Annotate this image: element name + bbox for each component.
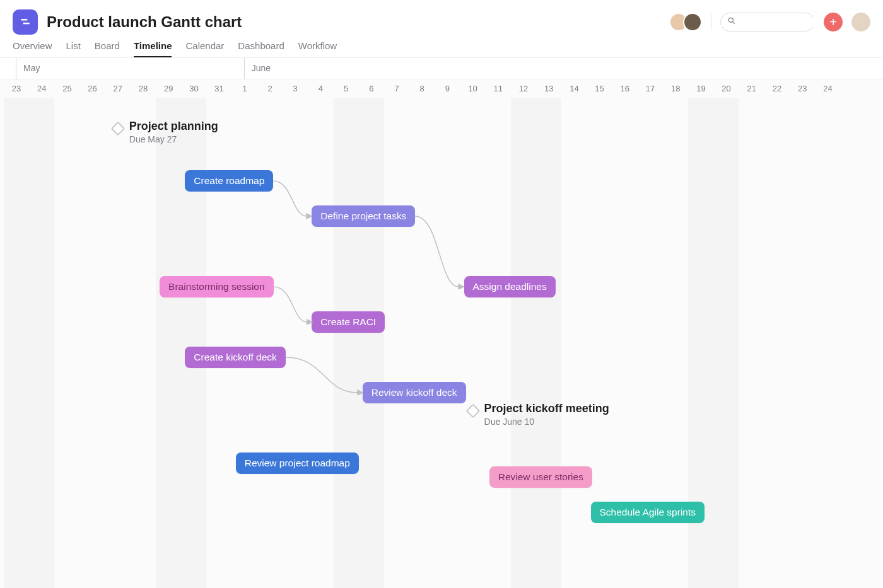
- task-bar[interactable]: Create kickoff deck: [185, 347, 286, 368]
- svg-rect-1: [23, 23, 30, 25]
- svg-point-2: [728, 18, 733, 22]
- task-bar[interactable]: Assign deadlines: [464, 276, 556, 297]
- tab-calendar[interactable]: Calendar: [185, 35, 224, 57]
- avatar[interactable]: [683, 13, 702, 32]
- date-cell[interactable]: 26: [80, 84, 105, 93]
- date-cell[interactable]: 31: [207, 84, 232, 93]
- task-bar[interactable]: Review user stories: [489, 466, 592, 488]
- user-avatar[interactable]: [851, 13, 870, 32]
- milestone-due: Due May 27: [129, 134, 218, 144]
- date-cell[interactable]: 11: [486, 84, 511, 93]
- milestone-title: Project kickoff meeting: [484, 402, 609, 415]
- tab-workflow[interactable]: Workflow: [298, 35, 337, 57]
- date-cell[interactable]: 5: [334, 84, 359, 93]
- tab-timeline[interactable]: Timeline: [134, 35, 172, 57]
- date-cell[interactable]: 30: [181, 84, 206, 93]
- weekend-band: [511, 98, 561, 588]
- date-cell[interactable]: 21: [739, 84, 764, 93]
- date-cell[interactable]: 2: [257, 84, 283, 93]
- date-cell[interactable]: 23: [4, 84, 29, 93]
- add-button[interactable]: +: [824, 13, 843, 32]
- tab-dashboard[interactable]: Dashboard: [238, 35, 284, 57]
- task-bar[interactable]: Create roadmap: [185, 170, 273, 192]
- date-cell[interactable]: 29: [156, 84, 181, 93]
- search-input-wrap[interactable]: [720, 13, 815, 32]
- date-cell[interactable]: 28: [131, 84, 156, 93]
- date-cell[interactable]: 10: [460, 84, 486, 93]
- task-bar[interactable]: Review kickoff deck: [363, 382, 466, 403]
- date-cell[interactable]: 24: [815, 84, 840, 93]
- date-cell[interactable]: 15: [587, 84, 612, 93]
- date-cell[interactable]: 18: [663, 84, 688, 93]
- tab-list[interactable]: List: [66, 35, 81, 57]
- date-cell[interactable]: 12: [511, 84, 536, 93]
- project-icon[interactable]: [13, 9, 38, 35]
- date-cell[interactable]: 14: [561, 84, 587, 93]
- date-cell[interactable]: 25: [54, 84, 79, 93]
- divider: [711, 14, 711, 30]
- member-avatars[interactable]: [669, 13, 702, 32]
- svg-line-3: [733, 22, 735, 24]
- tab-overview[interactable]: Overview: [13, 35, 52, 57]
- plus-icon: +: [829, 16, 837, 28]
- date-cell[interactable]: 17: [638, 84, 663, 93]
- date-row: 2324252627282930311234567891011121314151…: [0, 79, 883, 98]
- task-bar[interactable]: Brainstorming session: [160, 276, 273, 297]
- date-cell[interactable]: 8: [409, 84, 435, 93]
- date-cell[interactable]: 1: [232, 84, 257, 93]
- weekend-band: [334, 98, 384, 588]
- dependency-arrow: [412, 214, 472, 289]
- search-icon: [727, 16, 736, 28]
- month-row: MayJune: [0, 58, 883, 79]
- date-cell[interactable]: 16: [612, 84, 638, 93]
- month-label: May: [16, 63, 40, 73]
- gantt-body[interactable]: Project planning Due May 27 Project kick…: [0, 98, 883, 588]
- header: Product launch Gantt chart +: [0, 0, 883, 35]
- timeline[interactable]: MayJune 23242526272829303112345678910111…: [0, 58, 883, 588]
- date-cell[interactable]: 22: [764, 84, 790, 93]
- task-bar[interactable]: Define project tasks: [312, 205, 415, 227]
- date-cell[interactable]: 3: [283, 84, 308, 93]
- date-cell[interactable]: 7: [384, 84, 409, 93]
- milestone-icon: [465, 404, 480, 418]
- date-cell[interactable]: 13: [536, 84, 561, 93]
- milestone[interactable]: Project kickoff meeting Due June 10: [468, 402, 609, 427]
- date-cell[interactable]: 4: [308, 84, 333, 93]
- milestone-title: Project planning: [129, 120, 218, 133]
- task-bar[interactable]: Review project roadmap: [236, 453, 359, 474]
- weekend-band: [4, 98, 54, 588]
- date-cell[interactable]: 24: [29, 84, 54, 93]
- date-cell[interactable]: 23: [790, 84, 815, 93]
- date-cell[interactable]: 20: [714, 84, 739, 93]
- tab-board[interactable]: Board: [95, 35, 120, 57]
- date-cell[interactable]: 6: [359, 84, 384, 93]
- milestone[interactable]: Project planning Due May 27: [113, 120, 218, 144]
- svg-rect-0: [21, 19, 27, 21]
- month-label: June: [244, 63, 271, 73]
- date-cell[interactable]: 27: [105, 84, 131, 93]
- view-tabs: OverviewListBoardTimelineCalendarDashboa…: [0, 35, 883, 58]
- task-bar[interactable]: Schedule Agile sprints: [591, 502, 705, 523]
- task-bar[interactable]: Create RACI: [312, 311, 385, 333]
- milestone-due: Due June 10: [484, 417, 609, 427]
- milestone-icon: [110, 122, 125, 136]
- date-cell[interactable]: 19: [688, 84, 713, 93]
- project-title[interactable]: Product launch Gantt chart: [47, 13, 242, 31]
- date-cell[interactable]: 9: [435, 84, 460, 93]
